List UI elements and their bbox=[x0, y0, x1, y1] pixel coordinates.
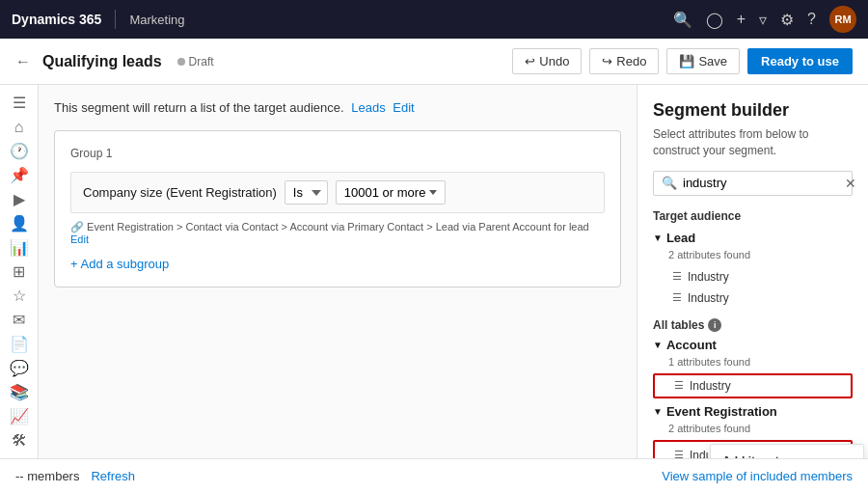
lead-count: 2 attributes found bbox=[668, 249, 853, 260]
sidebar-star-icon[interactable]: ☆ bbox=[4, 286, 35, 306]
avatar[interactable]: RM bbox=[829, 6, 856, 33]
clear-search-icon[interactable]: ✕ bbox=[845, 176, 856, 191]
status-label: Draft bbox=[189, 55, 214, 68]
info-icon: i bbox=[708, 318, 721, 332]
sidebar-grid-icon[interactable]: ⊞ bbox=[4, 261, 35, 282]
list-item[interactable]: ☰ Industry bbox=[653, 266, 853, 288]
chevron-down-icon bbox=[429, 190, 437, 195]
attr-icon: ☰ bbox=[674, 379, 684, 392]
sidebar-graph-icon[interactable]: 📈 bbox=[4, 406, 35, 426]
account-category-header[interactable]: ▼ Account bbox=[653, 338, 853, 352]
condition-value-select[interactable]: 10001 or more bbox=[336, 180, 447, 205]
condition-field-label: Company size (Event Registration) bbox=[83, 185, 277, 200]
lead-category-header[interactable]: ▼ Lead bbox=[653, 231, 853, 245]
bell-icon[interactable]: ◯ bbox=[706, 11, 723, 29]
top-nav-icons: 🔍 ◯ + ▿ ⚙ ? RM bbox=[673, 6, 856, 33]
settings-icon[interactable]: ⚙ bbox=[780, 11, 794, 29]
right-panel: Segment builder Select attributes from b… bbox=[637, 85, 868, 458]
attr-label: Industry bbox=[690, 379, 731, 393]
sidebar-chat-icon[interactable]: 💬 bbox=[4, 358, 35, 378]
save-icon: 💾 bbox=[679, 54, 694, 68]
account-category-label: Account bbox=[666, 338, 717, 352]
popup-menu: Add item to Existing group › New subgrou… bbox=[710, 444, 864, 458]
account-count: 1 attributes found bbox=[668, 356, 853, 368]
back-button[interactable]: ← bbox=[15, 53, 31, 70]
members-text: -- members bbox=[15, 469, 79, 483]
panel-desc: Select attributes from below to construc… bbox=[653, 126, 853, 159]
add-subgroup-button[interactable]: + Add a subgroup bbox=[70, 257, 605, 271]
status-badge: Draft bbox=[177, 55, 214, 68]
lead-chevron-icon: ▼ bbox=[653, 233, 663, 243]
left-sidebar: ☰ ⌂ 🕐 📌 ▶ 👤 📊 ⊞ ☆ ✉ 📄 💬 📚 📈 🛠 bbox=[0, 85, 39, 458]
target-audience-label: Target audience bbox=[653, 209, 853, 223]
group-label: Group 1 bbox=[70, 147, 605, 160]
event-reg-category-label: Event Registration bbox=[666, 404, 777, 419]
sidebar-bot-icon[interactable]: 🛠 bbox=[4, 430, 35, 451]
sidebar-play-icon[interactable]: ▶ bbox=[4, 189, 35, 209]
list-item[interactable]: ☰ Industry bbox=[653, 288, 853, 309]
refresh-link[interactable]: Refresh bbox=[91, 469, 135, 483]
event-reg-chevron-icon: ▼ bbox=[653, 406, 663, 417]
filter-icon[interactable]: ▿ bbox=[759, 11, 767, 29]
attr-label: Industry bbox=[688, 291, 729, 305]
path-content: Event Registration > Contact via Contact… bbox=[87, 221, 589, 233]
event-reg-count: 2 attributes found bbox=[668, 423, 853, 434]
attr-icon: ☰ bbox=[672, 291, 682, 304]
sidebar-chart-icon[interactable]: 📊 bbox=[4, 237, 35, 258]
info-edit-link[interactable]: Edit bbox=[393, 100, 414, 115]
top-navigation: Dynamics 365 Marketing 🔍 ◯ + ▿ ⚙ ? RM bbox=[0, 0, 868, 39]
sidebar-recent-icon[interactable]: 🕐 bbox=[4, 141, 35, 161]
status-dot bbox=[177, 58, 185, 66]
lead-category-label: Lead bbox=[666, 231, 695, 245]
main-layout: ☰ ⌂ 🕐 📌 ▶ 👤 📊 ⊞ ☆ ✉ 📄 💬 📚 📈 🛠 This segme… bbox=[0, 85, 868, 458]
search-icon[interactable]: 🔍 bbox=[673, 11, 692, 29]
module-name: Marketing bbox=[129, 13, 184, 27]
info-leads-link[interactable]: Leads bbox=[351, 100, 385, 115]
sidebar-book-icon[interactable]: 📚 bbox=[4, 382, 35, 402]
app-title: Dynamics 365 bbox=[12, 12, 101, 27]
toolbar: ← Qualifying leads Draft ↩ Undo ↪ Redo 💾… bbox=[0, 39, 868, 85]
search-input[interactable] bbox=[683, 176, 845, 190]
event-reg-category-header[interactable]: ▼ Event Registration bbox=[653, 404, 853, 419]
sidebar-pin-icon[interactable]: 📌 bbox=[4, 165, 35, 185]
ready-to-use-button[interactable]: Ready to use bbox=[747, 48, 853, 74]
group-box: Group 1 Company size (Event Registration… bbox=[54, 130, 621, 288]
condition-row: Company size (Event Registration) Is 100… bbox=[70, 172, 605, 213]
sidebar-doc-icon[interactable]: 📄 bbox=[4, 334, 35, 354]
redo-icon: ↪ bbox=[602, 54, 612, 68]
all-tables-label: All tables bbox=[653, 318, 704, 332]
sidebar-home-icon[interactable]: ⌂ bbox=[4, 117, 35, 137]
sidebar-people-icon[interactable]: 👤 bbox=[4, 213, 35, 233]
plus-icon[interactable]: + bbox=[737, 11, 746, 28]
attr-icon: ☰ bbox=[674, 449, 684, 458]
help-icon[interactable]: ? bbox=[807, 11, 816, 28]
path-edit-link[interactable]: Edit bbox=[70, 233, 89, 245]
content-area: This segment will return a list of the t… bbox=[39, 85, 637, 458]
attr-label: Industry bbox=[688, 270, 729, 284]
all-tables-header: All tables i bbox=[653, 318, 853, 332]
search-box: 🔍 ✕ bbox=[653, 171, 853, 196]
search-icon: 🔍 bbox=[662, 176, 677, 190]
undo-button[interactable]: ↩ Undo bbox=[512, 48, 582, 74]
sidebar-menu-icon[interactable]: ☰ bbox=[4, 93, 35, 113]
panel-title: Segment builder bbox=[653, 100, 853, 121]
page-title: Qualifying leads bbox=[42, 53, 162, 70]
condition-operator-select[interactable]: Is bbox=[285, 180, 328, 205]
sample-link[interactable]: View sample of included members bbox=[662, 469, 853, 483]
popup-title: Add item to bbox=[711, 451, 863, 458]
account-chevron-icon: ▼ bbox=[653, 340, 663, 350]
condition-value-label: 10001 or more bbox=[344, 185, 426, 200]
redo-button[interactable]: ↪ Redo bbox=[589, 48, 659, 74]
sidebar-mail-icon[interactable]: ✉ bbox=[4, 310, 35, 330]
info-prefix: This segment will return a list of the t… bbox=[54, 100, 344, 115]
list-item[interactable]: ☰ Industry bbox=[653, 373, 853, 398]
path-text: 🔗 Event Registration > Contact via Conta… bbox=[70, 221, 605, 245]
undo-icon: ↩ bbox=[525, 54, 535, 68]
nav-divider bbox=[115, 10, 116, 29]
bottom-bar: -- members Refresh View sample of includ… bbox=[0, 458, 868, 493]
save-button[interactable]: 💾 Save bbox=[666, 48, 740, 74]
attr-icon: ☰ bbox=[672, 270, 682, 283]
info-text: This segment will return a list of the t… bbox=[54, 100, 621, 115]
